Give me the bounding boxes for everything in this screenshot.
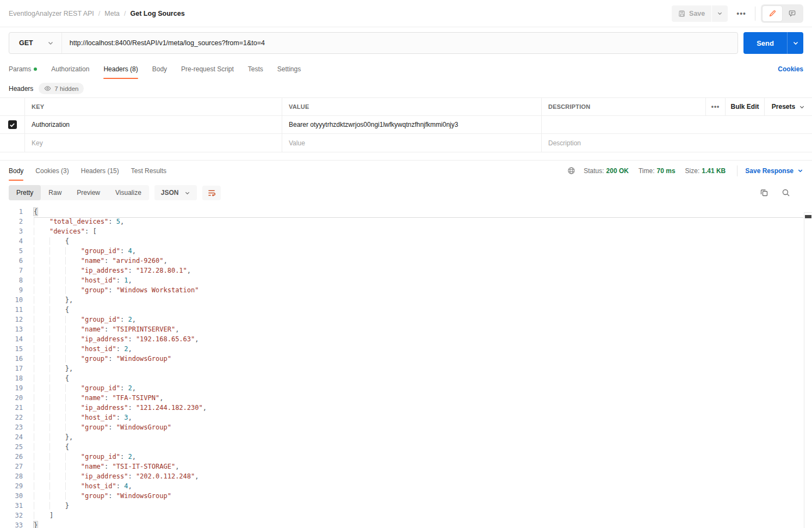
header-description-field[interactable] bbox=[541, 116, 812, 133]
chevron-down-icon bbox=[184, 190, 190, 196]
code-line: 7 "ip_address": "172.28.80.1", bbox=[0, 266, 812, 275]
url-container: GET http://localhost:8400/RestAPI/v1/met… bbox=[9, 32, 738, 54]
search-icon bbox=[782, 188, 790, 197]
code-line: 6 "name": "arvind-9260", bbox=[0, 256, 812, 266]
edit-mode-button[interactable] bbox=[763, 6, 782, 21]
code-line: 9 "group": "Windows Workstation" bbox=[0, 285, 812, 295]
send-options-button[interactable] bbox=[787, 32, 803, 54]
code-line: 2 "total_devices": 5, bbox=[0, 217, 812, 226]
header-value-field[interactable]: Bearer otyyytrhzdktzwrjos00ngi1lwfkywqtn… bbox=[282, 116, 541, 133]
row-select-cell bbox=[0, 134, 24, 152]
hidden-headers-toggle[interactable]: 7 hidden bbox=[39, 83, 84, 94]
line-number: 9 bbox=[0, 285, 23, 295]
breadcrumb-item-get-log-sources[interactable]: Get Log Sources bbox=[131, 10, 185, 17]
response-tab-cookies-3[interactable]: Cookies (3) bbox=[35, 161, 69, 181]
tab-headers-8[interactable]: Headers (8) bbox=[103, 59, 138, 79]
line-number: 16 bbox=[0, 354, 23, 364]
save-split-button: Save bbox=[672, 5, 728, 22]
code-line-text: } bbox=[23, 501, 69, 511]
network-info-button[interactable] bbox=[566, 165, 577, 176]
line-number: 23 bbox=[0, 422, 23, 432]
tab-authorization[interactable]: Authorization bbox=[51, 59, 89, 79]
url-input[interactable]: http://localhost:8400/RestAPI/v1/meta/lo… bbox=[62, 39, 738, 47]
breadcrumb-item-meta[interactable]: Meta bbox=[104, 10, 120, 17]
tab-label: Pre-request Script bbox=[181, 65, 234, 73]
column-value: VALUE bbox=[282, 98, 541, 115]
code-line: 26 "group_id": 2, bbox=[0, 452, 812, 462]
save-options-button[interactable] bbox=[712, 5, 728, 22]
globe-icon bbox=[567, 167, 575, 175]
new-key-field[interactable]: Key bbox=[24, 134, 282, 152]
tab-settings[interactable]: Settings bbox=[277, 59, 301, 79]
presets-dropdown[interactable]: Presets bbox=[764, 98, 812, 115]
code-line-text: "ip_address": "172.28.80.1", bbox=[23, 266, 191, 275]
tab-params[interactable]: Params bbox=[9, 59, 37, 79]
table-header-row: KEY VALUE DESCRIPTION ••• Bulk Edit Pres… bbox=[0, 98, 812, 116]
save-button[interactable]: Save bbox=[672, 5, 711, 22]
tab-label: Body bbox=[152, 65, 167, 73]
code-line-text: "total_devices": 5, bbox=[23, 217, 124, 226]
new-value-field[interactable]: Value bbox=[282, 134, 541, 152]
line-number: 12 bbox=[0, 315, 23, 324]
code-line: 1{ bbox=[0, 207, 812, 217]
format-label: JSON bbox=[161, 189, 179, 197]
code-line-text: }, bbox=[23, 432, 73, 442]
code-line: 4 { bbox=[0, 236, 812, 246]
code-line-text: { bbox=[23, 373, 69, 383]
tab-tests[interactable]: Tests bbox=[248, 59, 263, 79]
tab-pre-request-script[interactable]: Pre-request Script bbox=[181, 59, 234, 79]
view-mode-raw[interactable]: Raw bbox=[41, 185, 69, 200]
column-key: KEY bbox=[24, 98, 282, 115]
code-line: 33} bbox=[0, 520, 812, 528]
scrollbar-thumb[interactable] bbox=[805, 215, 811, 218]
breadcrumb-separator: / bbox=[98, 10, 100, 17]
line-number: 31 bbox=[0, 501, 23, 511]
row-checkbox[interactable] bbox=[8, 120, 17, 129]
code-line: 28 "ip_address": "202.0.112.248", bbox=[0, 471, 812, 481]
code-line: 32 ] bbox=[0, 511, 812, 520]
line-number: 29 bbox=[0, 481, 23, 491]
new-description-field[interactable]: Description bbox=[541, 134, 812, 152]
column-description-cell: DESCRIPTION ••• Bulk Edit Presets bbox=[541, 98, 812, 115]
code-line-text: "group_id": 2, bbox=[23, 452, 136, 462]
response-tab-headers-15[interactable]: Headers (15) bbox=[81, 161, 119, 181]
wrap-lines-button[interactable] bbox=[202, 186, 221, 200]
code-line-text: }, bbox=[23, 295, 73, 305]
bulk-edit-button[interactable]: Bulk Edit bbox=[725, 98, 764, 115]
code-line-text: "group_id": 4, bbox=[23, 246, 136, 256]
table-more-button[interactable]: ••• bbox=[705, 98, 725, 115]
view-mode-pretty[interactable]: Pretty bbox=[9, 185, 41, 200]
response-body-viewer[interactable]: 1{2 "total_devices": 5,3 "devices": [4 {… bbox=[0, 207, 812, 528]
breadcrumb-item-eventloganalyzer-rest-api[interactable]: EventlogAnalyzer REST API bbox=[9, 10, 94, 17]
chevron-down-icon bbox=[799, 104, 805, 110]
format-dropdown[interactable]: JSON bbox=[154, 185, 197, 200]
vertical-scrollbar[interactable] bbox=[804, 212, 812, 528]
table-row: Authorization Bearer otyyytrhzdktzwrjos0… bbox=[0, 116, 812, 134]
method-select[interactable]: GET bbox=[9, 33, 62, 53]
response-tab-body[interactable]: Body bbox=[9, 161, 23, 181]
tab-label: Headers (8) bbox=[103, 65, 138, 73]
header-key-field[interactable]: Authorization bbox=[24, 116, 282, 133]
search-response-button[interactable] bbox=[780, 187, 791, 198]
view-mode-visualize[interactable]: Visualize bbox=[108, 185, 149, 200]
code-line: 3 "devices": [ bbox=[0, 226, 812, 236]
presets-label: Presets bbox=[772, 103, 795, 110]
code-line-text: "host_id": 2, bbox=[23, 344, 132, 354]
cookies-link[interactable]: Cookies bbox=[778, 65, 803, 73]
copy-response-button[interactable] bbox=[759, 187, 770, 198]
code-line: 31 } bbox=[0, 501, 812, 511]
view-mode-preview[interactable]: Preview bbox=[69, 185, 108, 200]
more-actions-button[interactable]: ••• bbox=[733, 6, 749, 21]
send-button[interactable]: Send bbox=[743, 32, 787, 54]
tab-body[interactable]: Body bbox=[152, 59, 167, 79]
tab-label: Tests bbox=[248, 65, 263, 73]
save-response-dropdown[interactable]: Save Response bbox=[737, 165, 803, 176]
response-tab-test-results[interactable]: Test Results bbox=[131, 161, 166, 181]
select-all-cell bbox=[0, 98, 24, 115]
code-line-text: ] bbox=[23, 511, 53, 520]
comments-button[interactable] bbox=[782, 6, 802, 21]
request-tabs: ParamsAuthorizationHeaders (8)BodyPre-re… bbox=[0, 59, 812, 79]
chevron-down-icon bbox=[47, 40, 54, 46]
line-number: 11 bbox=[0, 305, 23, 315]
eye-icon bbox=[44, 85, 51, 92]
